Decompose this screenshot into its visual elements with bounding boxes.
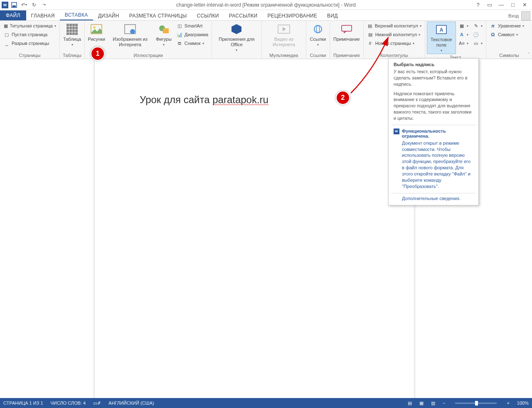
tab-design[interactable]: ДИЗАЙН	[93, 11, 124, 20]
group-tables-label: Таблицы	[62, 52, 83, 59]
footer-label: Нижний колонтитул	[375, 32, 417, 37]
object-icon: ▭	[473, 40, 479, 47]
tab-view[interactable]: ВИД	[322, 11, 343, 20]
blank-page-label: Пустая страница	[12, 32, 47, 37]
blank-page-button[interactable]: ▢Пустая страница	[2, 30, 58, 39]
status-language[interactable]: АНГЛИЙСКИЙ (США)	[108, 401, 154, 406]
table-label: Таблица	[63, 37, 81, 42]
ribbon-tabs: ФАЙЛ ГЛАВНАЯ ВСТАВКА ДИЗАЙН РАЗМЕТКА СТР…	[0, 10, 532, 21]
group-pages-label: Страницы	[2, 52, 58, 59]
apps-for-office-button[interactable]: Приложения для Office▾	[214, 22, 260, 53]
doc-text-plain: Урок для сайта	[140, 94, 212, 105]
svg-rect-1	[12, 5, 16, 7]
redo-icon[interactable]: ↻	[30, 1, 38, 9]
tab-file[interactable]: ФАЙЛ	[0, 10, 26, 20]
zoom-slider[interactable]	[455, 403, 497, 404]
smartart-button[interactable]: ◫SmartArt	[175, 22, 210, 30]
tab-mailings[interactable]: РАССЫЛКИ	[224, 11, 263, 20]
table-button[interactable]: Таблица▾	[62, 22, 83, 48]
apps-icon	[230, 22, 243, 36]
screenshot-button[interactable]: ⧉Снимок▾	[175, 39, 210, 47]
view-web-layout-icon[interactable]: ▥	[431, 401, 435, 406]
chart-button[interactable]: 📊Диаграмма	[175, 30, 210, 39]
group-comments-label: Примечания	[332, 52, 362, 59]
links-button[interactable]: Ссылки▾	[308, 22, 328, 48]
date-time-button[interactable]: 🕒	[471, 30, 484, 39]
tab-insert[interactable]: ВСТАВКА	[60, 10, 93, 20]
equation-button[interactable]: πУравнение▾	[488, 22, 530, 30]
annotation-badge-1: 1	[91, 47, 105, 61]
online-pictures-button[interactable]: Изображения из Интернета	[107, 22, 153, 48]
drop-cap-button[interactable]: A≡▾	[457, 39, 470, 47]
group-apps: Приложения для Office▾	[212, 21, 262, 59]
tab-home[interactable]: ГЛАВНАЯ	[26, 11, 60, 20]
zoom-out-icon[interactable]: −	[443, 401, 445, 406]
tab-review[interactable]: РЕЦЕНЗИРОВАНИЕ	[262, 11, 322, 20]
comment-button[interactable]: Примечание	[332, 22, 362, 43]
undo-icon[interactable]: ↶▾	[20, 1, 28, 9]
svg-marker-8	[232, 24, 241, 34]
quick-parts-button[interactable]: ▦▾	[457, 22, 470, 30]
group-headerfooter-label: Колонтитулы	[365, 52, 423, 59]
cover-page-button[interactable]: ▦Титульная страница▾	[2, 22, 58, 30]
shapes-button[interactable]: Фигуры▾	[154, 22, 174, 48]
object-button[interactable]: ▭▾	[471, 39, 484, 47]
page-break-button[interactable]: ⎯Разрыв страницы	[2, 39, 58, 47]
window-controls: ? ▭ — □ ✕	[474, 1, 532, 9]
login-area[interactable]: Вход	[508, 11, 532, 20]
svg-point-12	[316, 25, 320, 33]
symbol-label: Символ	[498, 32, 515, 37]
document-text[interactable]: Урок для сайта paratapok.ru	[140, 94, 268, 106]
maximize-icon[interactable]: □	[509, 1, 517, 9]
status-page[interactable]: СТРАНИЦА 1 ИЗ 1	[3, 401, 43, 406]
page-number-button[interactable]: #Номер страницы▾	[365, 39, 423, 47]
drop-cap-icon: A≡	[458, 40, 465, 47]
page-break-icon: ⎯	[3, 40, 10, 47]
tab-references[interactable]: ССЫЛКИ	[192, 11, 224, 20]
page-break-label: Разрыв страницы	[12, 41, 49, 46]
chart-icon: 📊	[176, 31, 183, 38]
tooltip-paragraph-2: Надписи помогают привлечь внимание к сод…	[389, 91, 478, 125]
view-print-layout-icon[interactable]: ▦	[419, 401, 424, 406]
pictures-label: Рисунки	[88, 37, 105, 42]
tooltip-more-info-link[interactable]: Дополнительные сведения.	[389, 193, 478, 205]
header-icon: ▤	[367, 22, 373, 29]
zoom-in-icon[interactable]: +	[507, 401, 509, 406]
group-symbols: πУравнение▾ ΩСимвол▾ Символы	[486, 21, 532, 59]
text-box-button[interactable]: AТекстовое поле▾	[427, 22, 456, 54]
window-title: change-letter-interval-in-word [Режим ог…	[0, 2, 532, 8]
qat-customize-icon[interactable]: ⁼▾	[40, 1, 48, 9]
pictures-icon	[90, 22, 103, 36]
text-box-icon: A	[435, 23, 448, 36]
collapse-ribbon-icon[interactable]: ˆ	[528, 52, 530, 57]
comment-label: Примечание	[333, 37, 360, 42]
help-icon[interactable]: ?	[474, 1, 482, 9]
view-read-mode-icon[interactable]: ▤	[408, 401, 412, 406]
title-bar: W ↶▾ ↻ ⁼▾ change-letter-interval-in-word…	[0, 0, 532, 10]
group-symbols-label: Символы	[488, 52, 530, 59]
ribbon-display-icon[interactable]: ▭	[485, 1, 494, 9]
status-proofing-icon[interactable]: ▭✗	[93, 401, 101, 406]
apps-label: Приложения для Office	[215, 37, 258, 47]
minimize-icon[interactable]: —	[497, 1, 505, 9]
document-page[interactable]: Урок для сайта paratapok.ru	[95, 59, 414, 398]
signature-line-button[interactable]: ✎▾	[471, 22, 484, 30]
zoom-level[interactable]: 100%	[517, 401, 529, 406]
video-icon	[277, 22, 291, 36]
screenshot-icon: ⧉	[176, 40, 183, 47]
save-icon[interactable]	[10, 1, 18, 9]
wordart-button[interactable]: A▾	[457, 30, 470, 39]
footer-button[interactable]: ▤Нижний колонтитул▾	[365, 30, 423, 39]
header-button[interactable]: ▤Верхний колонтитул▾	[365, 22, 423, 30]
zoom-slider-thumb[interactable]	[475, 401, 478, 406]
login-label: Вход	[508, 13, 519, 18]
symbol-button[interactable]: ΩСимвол▾	[488, 30, 530, 39]
tab-page-layout[interactable]: РАЗМЕТКА СТРАНИЦЫ	[124, 11, 192, 20]
quick-parts-icon: ▦	[458, 22, 465, 29]
quick-access-toolbar: W ↶▾ ↻ ⁼▾	[0, 1, 48, 9]
close-icon[interactable]: ✕	[520, 1, 529, 9]
pictures-button[interactable]: Рисунки	[86, 22, 106, 43]
status-word-count[interactable]: ЧИСЛО СЛОВ: 4	[51, 401, 86, 406]
screenshot-label: Снимок	[185, 41, 201, 46]
text-box-label: Текстовое поле	[429, 37, 454, 48]
